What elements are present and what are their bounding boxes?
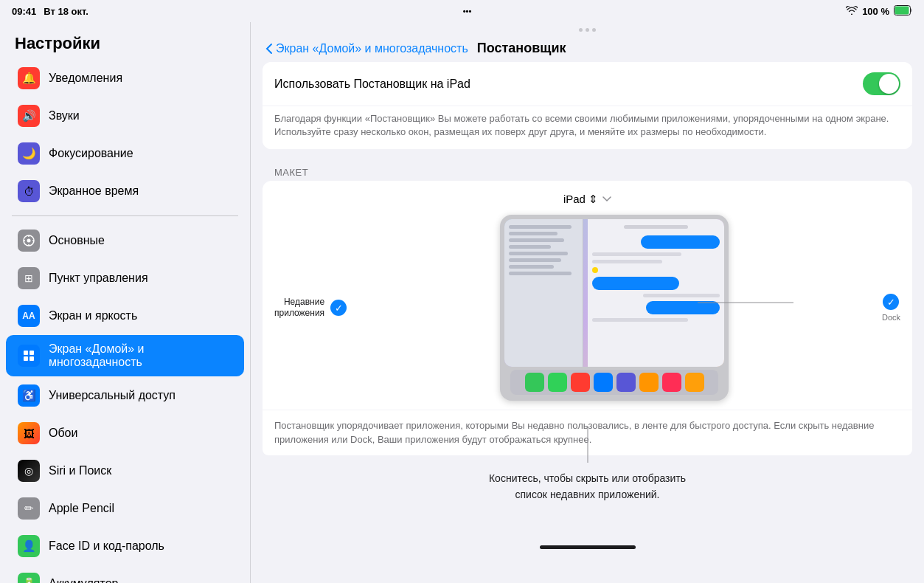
bottom-annotation-text: Коснитесь, чтобы скрыть или отобразить с…	[489, 472, 686, 500]
sidebar-item-sounds[interactable]: 🔊 Звуки	[6, 97, 244, 134]
home-indicator	[251, 540, 924, 555]
chevron-down-icon	[602, 196, 611, 202]
sidebar-item-faceid[interactable]: 👤 Face ID и код-пароль	[6, 528, 244, 565]
svg-rect-11	[29, 356, 34, 361]
day: Вт 18 окт.	[44, 6, 88, 17]
sidebar-item-notifications[interactable]: 🔔 Уведомления	[6, 60, 244, 97]
status-bar: 09:41 Вт 18 окт. ••• 100 %	[0, 0, 924, 22]
top-dots	[251, 22, 924, 32]
sidebar-label-notifications: Уведомления	[49, 72, 122, 85]
screentime-icon: ⏱	[18, 180, 40, 202]
dock-checkbox-area: ✓ Dock	[882, 294, 900, 322]
sidebar-label-siri: Siri и Поиск	[49, 464, 111, 477]
nav-bar: Экран «Домой» и многозадачность Постанов…	[251, 32, 924, 62]
toggle-label: Использовать Постановщик на iPad	[274, 77, 470, 91]
toggle-row: Использовать Постановщик на iPad	[263, 62, 912, 106]
left-panel	[504, 219, 583, 367]
sidebar-label-battery: Аккумулятор	[49, 577, 118, 583]
sidebar-item-accessibility[interactable]: ♿ Универсальный доступ	[6, 377, 244, 414]
ipad-illustration	[352, 215, 876, 401]
toggle-description: Благодаря функции «Постановщик» Вы может…	[263, 106, 912, 149]
sidebar-header: Настройки	[0, 22, 250, 59]
layout-description: Постановщик упорядочивает приложения, ко…	[263, 410, 912, 455]
sidebar-item-battery[interactable]: 🔋 Аккумулятор	[6, 565, 244, 583]
bottom-annotation: Коснитесь, чтобы скрыть или отобразить с…	[251, 455, 924, 511]
sidebar-item-focus[interactable]: 🌙 Фокусирование	[6, 135, 244, 172]
accessibility-icon: ♿	[18, 384, 40, 407]
ipad-selector[interactable]: iPad ⇕	[274, 193, 900, 206]
notifications-icon: 🔔	[18, 67, 40, 89]
status-bar-left: 09:41 Вт 18 окт.	[12, 6, 88, 17]
dock-checkbox[interactable]: ✓	[883, 294, 899, 310]
dock-label: Dock	[882, 313, 900, 322]
page-title: Постановщик	[477, 41, 566, 56]
svg-rect-10	[24, 356, 28, 361]
dock-row	[510, 370, 718, 395]
time: 09:41	[12, 6, 36, 17]
controlcenter-icon: ⊞	[18, 267, 40, 289]
sidebar-label-wallpaper: Обои	[49, 427, 77, 440]
focus-icon: 🌙	[18, 142, 40, 165]
sidebar-item-controlcenter[interactable]: ⊞ Пункт управления	[6, 260, 244, 297]
sidebar-label-applepencil: Apple Pencil	[49, 502, 114, 515]
recent-apps-label: Недавние приложения	[274, 297, 324, 320]
ipad-selector-label: iPad ⇕	[563, 193, 598, 206]
faceid-icon: 👤	[18, 535, 40, 557]
sidebar-label-sounds: Звуки	[49, 109, 80, 123]
layout-card: iPad ⇕ Недавние приложения	[263, 181, 912, 455]
wallpaper-icon: 🖼	[18, 422, 40, 444]
battery-percentage: 100 %	[862, 6, 889, 17]
section-label-layout: МАКЕТ	[251, 161, 924, 181]
recent-apps-checkbox[interactable]: ✓	[330, 300, 347, 316]
nav-back-button[interactable]: Экран «Домой» и многозадачность	[265, 42, 468, 55]
applepencil-icon: ✏	[18, 497, 40, 520]
svg-rect-9	[29, 351, 34, 355]
home-bar	[540, 545, 636, 549]
sidebar-label-display: Экран и яркость	[49, 309, 137, 322]
toggle-card: Использовать Постановщик на iPad Благода…	[263, 62, 912, 149]
sidebar-label-accessibility: Универсальный доступ	[49, 389, 176, 402]
dock-area	[504, 367, 724, 396]
sidebar-label-controlcenter: Пункт управления	[49, 272, 148, 285]
siri-icon: ◎	[18, 460, 40, 482]
status-bar-right: 100 %	[846, 5, 912, 18]
right-panel	[588, 219, 724, 367]
sidebar: Настройки 🔔 Уведомления 🔊 Звуки 🌙	[0, 22, 251, 583]
sidebar-divider-1	[12, 215, 238, 216]
sidebar-label-faceid: Face ID и код-пароль	[49, 539, 164, 553]
recent-apps-checkbox-area: ✓	[330, 300, 347, 316]
battery-icon	[894, 5, 912, 18]
homescreen-icon	[18, 345, 40, 367]
sidebar-item-screentime[interactable]: ⏱ Экранное время	[6, 173, 244, 210]
svg-point-3	[27, 239, 31, 243]
ipad-screen	[504, 219, 724, 367]
sidebar-item-applepencil[interactable]: ✏ Apple Pencil	[6, 490, 244, 527]
sidebar-item-homescreen[interactable]: Экран «Домой» и многозадачность	[6, 335, 244, 376]
sidebar-label-screentime: Экранное время	[49, 184, 139, 198]
display-icon: AA	[18, 305, 40, 327]
svg-rect-8	[24, 351, 28, 355]
nav-back-label: Экран «Домой» и многозадачность	[276, 42, 468, 55]
wifi-icon	[846, 6, 858, 17]
content-area: Экран «Домой» и многозадачность Постанов…	[251, 22, 924, 583]
sidebar-item-wallpaper[interactable]: 🖼 Обои	[6, 415, 244, 452]
sounds-icon: 🔊	[18, 105, 40, 127]
ipad-frame	[500, 215, 729, 401]
svg-rect-1	[895, 6, 909, 14]
preview-row: Недавние приложения ✓	[274, 215, 900, 401]
toggle-switch[interactable]	[863, 72, 900, 95]
sidebar-item-siri[interactable]: ◎ Siri и Поиск	[6, 452, 244, 489]
sidebar-item-display[interactable]: AA Экран и яркость	[6, 297, 244, 334]
sidebar-label-focus: Фокусирование	[49, 147, 133, 160]
sidebar-label-general: Основные	[49, 234, 105, 247]
battery-icon-sidebar: 🔋	[18, 573, 40, 583]
sidebar-label-homescreen: Экран «Домой» и многозадачность	[49, 342, 232, 369]
sidebar-item-general[interactable]: Основные	[6, 222, 244, 259]
general-icon	[18, 230, 40, 252]
